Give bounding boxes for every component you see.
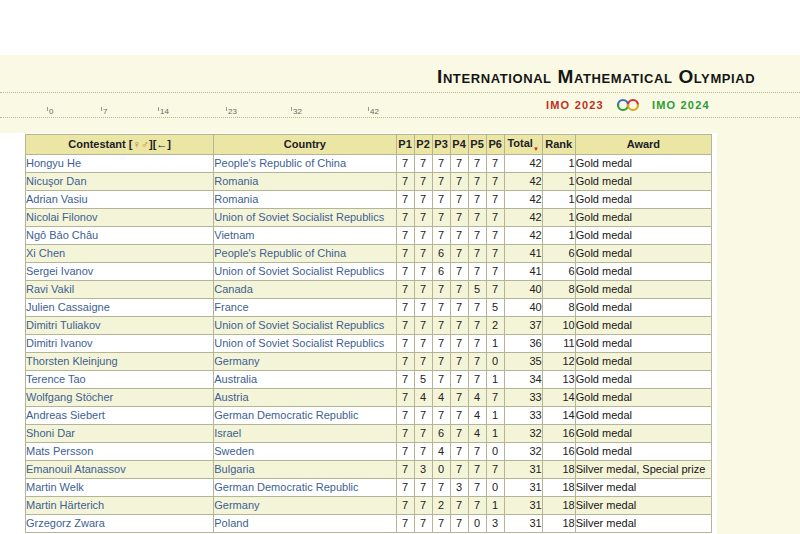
imo-2024-link[interactable]: IMO 2024 [652, 99, 710, 111]
contestant-link[interactable]: Thorsten Kleinjung [26, 355, 118, 367]
contestant-link[interactable]: Grzegorz Zwara [26, 517, 105, 529]
country-link[interactable]: Israel [214, 427, 241, 439]
contestant-link[interactable]: Terence Tao [26, 373, 86, 385]
country-link[interactable]: France [214, 301, 248, 313]
imo-2023-link[interactable]: IMO 2023 [546, 99, 604, 111]
column-header-p2[interactable]: P2 [414, 135, 432, 155]
score-cell: 7 [468, 497, 486, 515]
male-filter-icon[interactable]: ♂ [141, 138, 149, 150]
score-cell: 7 [468, 155, 486, 173]
score-cell: 4 [468, 389, 486, 407]
country-link[interactable]: Sweden [214, 445, 254, 457]
column-header-country[interactable]: Country [214, 135, 396, 155]
score-cell: 7 [450, 317, 468, 335]
country-link[interactable]: Romania [214, 175, 258, 187]
contestant-link[interactable]: Emanouil Atanassov [26, 463, 126, 475]
rank-cell: 1 [542, 173, 575, 191]
total-cell: 42 [504, 227, 542, 245]
country-link[interactable]: People's Republic of China [214, 247, 346, 259]
score-cell: 0 [486, 479, 504, 497]
total-cell: 41 [504, 245, 542, 263]
country-link[interactable]: German Democratic Republic [214, 409, 358, 421]
score-cell: 5 [414, 371, 432, 389]
table-row: Martin Welk German Democratic Republic 7… [26, 479, 712, 497]
score-cell: 7 [486, 227, 504, 245]
contestant-link[interactable]: Adrian Vasiu [26, 193, 88, 205]
contestant-link[interactable]: Shoni Dar [26, 427, 75, 439]
country-cell: People's Republic of China [214, 155, 396, 173]
country-link[interactable]: Vietnam [214, 229, 254, 241]
score-cell: 7 [396, 173, 414, 191]
score-cell: 7 [414, 281, 432, 299]
country-link[interactable]: Austria [214, 391, 248, 403]
country-link[interactable]: Bulgaria [214, 463, 254, 475]
country-link[interactable]: Germany [214, 499, 259, 511]
country-link[interactable]: Romania [214, 193, 258, 205]
contestant-link[interactable]: Andreas Siebert [26, 409, 105, 421]
table-header-row: Contestant [♀♂][←] Country P1 P2 P3 P4 P… [26, 135, 712, 155]
score-cell: 1 [486, 497, 504, 515]
rank-cell: 11 [542, 335, 575, 353]
country-link[interactable]: Union of Soviet Socialist Republics [214, 265, 384, 277]
score-cell: 7 [450, 443, 468, 461]
award-cell: Gold medal [575, 407, 711, 425]
contestant-link[interactable]: Nicuşor Dan [26, 175, 87, 187]
country-link[interactable]: People's Republic of China [214, 157, 346, 169]
award-cell: Gold medal [575, 299, 711, 317]
column-header-rank[interactable]: Rank [542, 135, 575, 155]
contestant-link[interactable]: Dimitri Tuliakov [26, 319, 101, 331]
total-cell: 42 [504, 173, 542, 191]
rank-cell: 18 [542, 479, 575, 497]
contestant-link[interactable]: Sergei Ivanov [26, 265, 93, 277]
column-header-total[interactable]: Total▼ [504, 135, 542, 155]
total-cell: 40 [504, 299, 542, 317]
contestant-link[interactable]: Hongyu He [26, 157, 81, 169]
score-cell: 7 [396, 245, 414, 263]
contestant-link[interactable]: Nicolai Filonov [26, 211, 98, 223]
award-cell: Gold medal [575, 227, 711, 245]
column-header-contestant[interactable]: Contestant [♀♂][←] [26, 135, 214, 155]
contestant-link[interactable]: Wolfgang Stöcher [26, 391, 113, 403]
score-cell: 7 [396, 497, 414, 515]
country-link[interactable]: Germany [214, 355, 259, 367]
country-link[interactable]: Canada [214, 283, 253, 295]
country-link[interactable]: Union of Soviet Socialist Republics [214, 337, 384, 349]
column-header-p1[interactable]: P1 [396, 135, 414, 155]
country-link[interactable]: Union of Soviet Socialist Republics [214, 319, 384, 331]
total-cell: 34 [504, 371, 542, 389]
contestant-link[interactable]: Martin Härterich [26, 499, 104, 511]
column-header-award[interactable]: Award [575, 135, 711, 155]
score-cell: 0 [486, 353, 504, 371]
page-title: International Mathematical Olympiad [437, 66, 755, 88]
contestant-link[interactable]: Xi Chen [26, 247, 65, 259]
back-arrow-link[interactable]: ← [156, 138, 167, 150]
contestant-link[interactable]: Mats Persson [26, 445, 93, 457]
award-cell: Gold medal [575, 371, 711, 389]
contestant-link[interactable]: Dimitri Ivanov [26, 337, 93, 349]
score-cell: 7 [450, 407, 468, 425]
female-filter-icon[interactable]: ♀ [132, 138, 140, 150]
score-cell: 7 [486, 461, 504, 479]
country-link[interactable]: Poland [214, 517, 248, 529]
table-row: Sergei Ivanov Union of Soviet Socialist … [26, 263, 712, 281]
country-cell: Germany [214, 497, 396, 515]
column-header-p5[interactable]: P5 [468, 135, 486, 155]
contestant-link[interactable]: Martin Welk [26, 481, 84, 493]
contestant-cell: Julien Cassaigne [26, 299, 214, 317]
country-link[interactable]: Australia [214, 373, 257, 385]
column-header-p3[interactable]: P3 [432, 135, 450, 155]
country-link[interactable]: Union of Soviet Socialist Republics [214, 211, 384, 223]
contestant-link[interactable]: Ravi Vakil [26, 283, 74, 295]
column-header-p6[interactable]: P6 [486, 135, 504, 155]
imo-logo-icon[interactable] [615, 98, 641, 112]
contestant-link[interactable]: Ngô Bảo Châu [26, 229, 98, 241]
contestant-link[interactable]: Julien Cassaigne [26, 301, 110, 313]
score-cell: 7 [450, 263, 468, 281]
column-header-p4[interactable]: P4 [450, 135, 468, 155]
country-cell: German Democratic Republic [214, 407, 396, 425]
award-cell: Gold medal [575, 443, 711, 461]
rank-cell: 1 [542, 191, 575, 209]
score-cell: 7 [468, 191, 486, 209]
country-cell: Romania [214, 191, 396, 209]
country-link[interactable]: German Democratic Republic [214, 481, 358, 493]
